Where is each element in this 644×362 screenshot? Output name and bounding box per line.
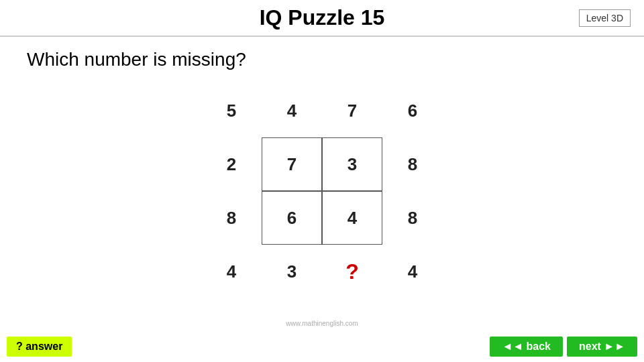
- cell-r2-c2: 7: [262, 137, 322, 191]
- cell-r4-c4: 4: [382, 245, 443, 298]
- back-button[interactable]: ◄◄ back: [490, 337, 563, 357]
- header: IQ Puzzle 15 Level 3D: [0, 0, 644, 37]
- level-badge: Level 3D: [579, 9, 631, 27]
- cell-r1-c2: 4: [262, 84, 322, 137]
- cell-r1-c3: 7: [322, 84, 382, 137]
- watermark: www.mathinenglish.com: [286, 320, 358, 327]
- cell-r4-c3: ?: [322, 245, 382, 298]
- cell-r2-c3: 3: [322, 137, 382, 191]
- grid-container: 54762738864843?4: [0, 77, 644, 298]
- cell-r3-c2: 6: [262, 191, 322, 245]
- cell-r2-c1: 2: [201, 137, 262, 191]
- cell-r1-c4: 6: [382, 84, 443, 137]
- next-button[interactable]: next ►►: [567, 337, 637, 357]
- cell-r1-c1: 5: [201, 84, 262, 137]
- cell-r4-c1: 4: [201, 245, 262, 298]
- question-text: Which number is missing?: [0, 37, 644, 77]
- puzzle-grid: 54762738864843?4: [201, 84, 443, 298]
- puzzle-title: IQ Puzzle 15: [260, 5, 385, 30]
- cell-r2-c4: 8: [382, 137, 443, 191]
- nav-buttons: ◄◄ back next ►►: [490, 337, 637, 357]
- cell-r3-c1: 8: [201, 191, 262, 245]
- cell-r4-c2: 3: [262, 245, 322, 298]
- bottom-bar: ? answer ◄◄ back next ►►: [0, 331, 644, 362]
- cell-r3-c3: 4: [322, 191, 382, 245]
- cell-r3-c4: 8: [382, 191, 443, 245]
- answer-button[interactable]: ? answer: [7, 337, 72, 357]
